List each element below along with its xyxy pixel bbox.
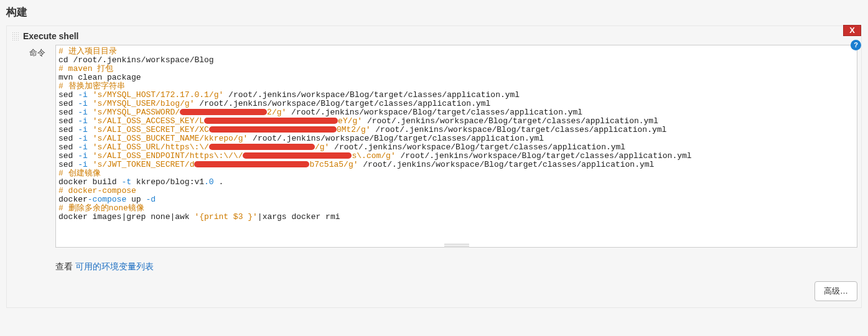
section-title: 构建 xyxy=(6,4,862,26)
redacted-secret xyxy=(204,118,338,124)
delete-step-button[interactable]: X xyxy=(843,25,861,36)
code-line: sed -i 's/ALI_OSS_URL/https\:\//g' /root… xyxy=(58,143,854,152)
resize-handle-icon[interactable] xyxy=(444,243,469,246)
build-step-card: X ? Execute shell 命令 # 进入项目目录cd /root/.j… xyxy=(6,26,862,308)
redacted-secret xyxy=(180,109,267,115)
drag-handle-icon[interactable] xyxy=(12,32,19,40)
code-line: # 删除多余的none镜像 xyxy=(58,204,854,213)
code-line: mvn clean package xyxy=(58,73,854,82)
advanced-button[interactable]: 高级… xyxy=(814,281,857,301)
code-line: docker images|grep none|awk '{print $3 }… xyxy=(58,213,854,222)
code-line: # 进入项目目录 xyxy=(58,47,854,56)
code-line: sed -i 's/ALI_OSS_ACCESS_KEY/LeY/g' /roo… xyxy=(58,117,854,126)
redacted-secret xyxy=(243,152,352,159)
code-line: sed -i 's/JWT_TOKEN_SECRET/db7c51a5/g' /… xyxy=(58,161,854,169)
code-line: # docker-compose xyxy=(58,187,854,195)
builder-title: Execute shell xyxy=(23,31,79,41)
command-textarea[interactable]: # 进入项目目录cd /root/.jenkins/workspace/Blog… xyxy=(55,45,857,248)
code-line: sed -i 's/ALI_OSS_ENDPOINT/https\:\/\/s\… xyxy=(58,152,854,161)
env-vars-link[interactable]: 可用的环境变量列表 xyxy=(75,261,154,271)
code-line: sed -i 's/ALI_OSS_SECRET_KEY/XC0Mt2/g' /… xyxy=(58,126,854,134)
builder-header: Execute shell xyxy=(11,30,857,45)
code-line: sed -i 's/MYSQL_PASSWORD/2/g' /root/.jen… xyxy=(58,108,854,117)
code-line: # 创建镜像 xyxy=(58,169,854,178)
redacted-secret xyxy=(209,126,337,133)
code-line: # maven 打包 xyxy=(58,65,854,73)
redacted-secret xyxy=(209,144,315,150)
code-line: sed -i 's/MYSQL_HOST/172.17.0.1/g' /root… xyxy=(58,91,854,100)
command-field-label: 命令 xyxy=(29,45,52,301)
code-line: # 替换加密字符串 xyxy=(58,82,854,91)
help-prefix: 查看 xyxy=(55,261,75,271)
code-line: sed -i 's/ALI_OSS_BUCKET_NAME/kkrepo/g' … xyxy=(58,134,854,143)
code-line: docker-compose up -d xyxy=(58,195,854,204)
code-line: docker build -t kkrepo/blog:v1.0 . xyxy=(58,178,854,187)
redacted-secret xyxy=(194,161,309,167)
env-vars-help: 查看 可用的环境变量列表 xyxy=(55,261,857,273)
help-icon[interactable]: ? xyxy=(851,40,861,50)
code-line: sed -i 's/MYSQL_USER/blog/g' /root/.jenk… xyxy=(58,100,854,108)
code-line: cd /root/.jenkins/workspace/Blog xyxy=(58,56,854,65)
build-section: 构建 X ? Execute shell 命令 # 进入项目目录cd /root… xyxy=(0,0,868,314)
